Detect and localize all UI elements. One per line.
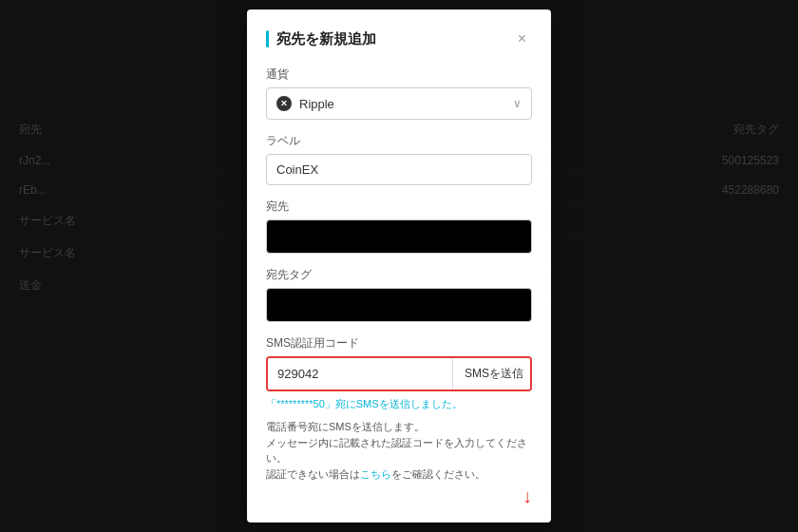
currency-label: 通貨 <box>266 66 532 83</box>
sms-info-link[interactable]: こちら <box>360 468 391 480</box>
label-input[interactable] <box>266 154 532 185</box>
label-field-label: ラベル <box>266 133 532 149</box>
destination-input-masked[interactable] <box>266 219 532 254</box>
currency-select[interactable]: ✕ Ripple ∨ <box>266 87 532 120</box>
currency-field-group: 通貨 ✕ Ripple ∨ <box>266 66 532 120</box>
destination-tag-input-masked[interactable] <box>266 288 532 322</box>
arrow-down-icon: ↓ <box>266 485 532 507</box>
modal-header: 宛先を新規追加 × <box>266 28 532 49</box>
sms-info-line3: 認証できない場合は <box>266 468 360 480</box>
sms-send-button[interactable]: SMSを送信 <box>452 358 532 390</box>
chevron-down-icon: ∨ <box>513 97 522 110</box>
add-destination-modal: 宛先を新規追加 × 通貨 ✕ Ripple ∨ ラベル 宛先 宛先タグ SMS認… <box>247 10 551 522</box>
xrp-icon: ✕ <box>276 96 292 111</box>
close-button[interactable]: × <box>512 28 532 49</box>
modal-title-wrapper: 宛先を新規追加 <box>266 30 376 48</box>
sms-input-row: SMSを送信 <box>266 356 532 391</box>
destination-tag-field-group: 宛先タグ <box>266 267 532 322</box>
sms-info-line2: メッセージ内に記載された認証コードを入力してください。 <box>266 437 527 465</box>
sms-code-input[interactable] <box>268 358 446 390</box>
destination-tag-label: 宛先タグ <box>266 267 532 283</box>
sms-sent-message: 「*********50」宛にSMSを送信しました。 <box>266 397 532 411</box>
currency-select-left: ✕ Ripple <box>276 96 334 111</box>
destination-field-group: 宛先 <box>266 199 532 254</box>
destination-label: 宛先 <box>266 199 532 215</box>
label-field-group: ラベル <box>266 133 532 185</box>
sms-field-group: SMS認証用コード SMSを送信 「*********50」宛にSMSを送信しま… <box>266 335 532 507</box>
sms-info-line4: をご確認ください。 <box>391 468 485 480</box>
modal-title-bar <box>266 30 269 48</box>
sms-info-text: 電話番号宛にSMSを送信します。 メッセージ内に記載された認証コードを入力してく… <box>266 419 532 482</box>
currency-select-value: Ripple <box>299 97 334 111</box>
modal-title: 宛先を新規追加 <box>276 30 376 48</box>
sms-info-line1: 電話番号宛にSMSを送信します。 <box>266 421 425 432</box>
sms-code-label: SMS認証用コード <box>266 335 532 352</box>
